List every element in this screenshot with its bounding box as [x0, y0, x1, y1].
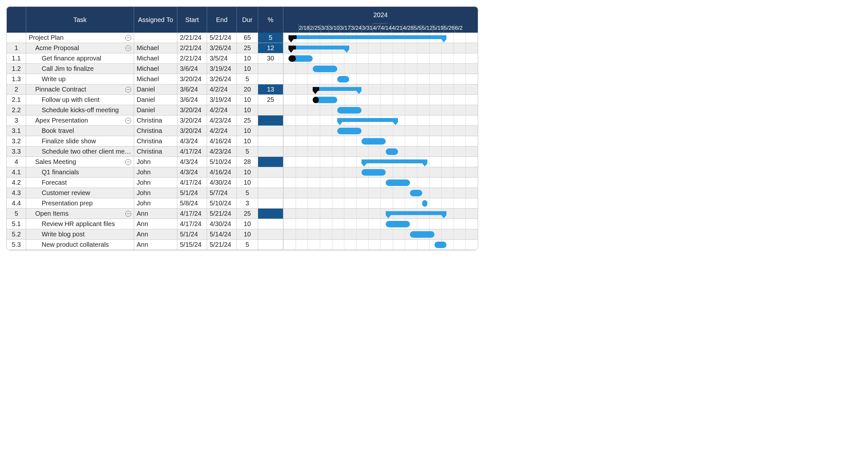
gantt-task-bar[interactable]	[337, 128, 362, 134]
row-dur: 25	[237, 115, 258, 126]
row-task[interactable]: Schedule kicks-off meeting	[26, 105, 134, 115]
table-row[interactable]: 1.3Write upMichael3/20/243/26/245	[7, 74, 478, 84]
table-row[interactable]: Project Plan−2/21/245/21/24655	[7, 33, 478, 43]
row-task[interactable]: Call Jim to finalize	[26, 64, 134, 74]
table-row[interactable]: 5.3New product collateralsAnn5/15/245/21…	[7, 240, 478, 250]
table-row[interactable]: 5.2Write blog postAnn5/1/245/14/2410	[7, 229, 478, 240]
table-row[interactable]: 3.1Book travelChristina3/20/244/2/2410	[7, 126, 478, 136]
gantt-task-bar[interactable]	[337, 107, 362, 114]
row-end: 4/2/24	[207, 126, 237, 136]
row-task[interactable]: Presentation prep	[26, 198, 134, 208]
row-timeline	[283, 146, 478, 157]
gantt-task-bar[interactable]	[313, 97, 337, 103]
table-row[interactable]: 4Sales Meeting−John4/3/245/10/2428	[7, 157, 478, 167]
gantt-task-bar[interactable]	[410, 190, 422, 196]
table-row[interactable]: 1.2Call Jim to finalizeMichael3/6/243/19…	[7, 64, 478, 74]
row-end: 3/5/24	[207, 53, 237, 64]
row-task[interactable]: Get finance approval	[26, 53, 134, 64]
row-start: 4/3/24	[177, 167, 207, 177]
gantt-task-bar[interactable]	[362, 169, 386, 176]
row-assigned: Ann	[134, 229, 177, 240]
gantt-task-bar[interactable]	[386, 148, 398, 155]
row-task-name: Call Jim to finalize	[29, 65, 94, 73]
table-row[interactable]: 5.1Review HR applicant filesAnn4/17/244/…	[7, 219, 478, 229]
gantt-progress	[288, 35, 296, 39]
collapse-icon[interactable]: −	[125, 159, 131, 165]
row-task[interactable]: Forecast	[26, 177, 134, 188]
row-task[interactable]: New product collaterals	[26, 240, 134, 250]
table-row[interactable]: 2.2Schedule kicks-off meetingDaniel3/20/…	[7, 105, 478, 115]
table-row[interactable]: 4.2ForecastJohn4/17/244/30/2410	[7, 177, 478, 188]
row-assigned: John	[134, 157, 177, 167]
collapse-icon[interactable]: −	[125, 45, 131, 51]
row-start: 4/17/24	[177, 177, 207, 188]
row-task[interactable]: Sales Meeting−	[26, 157, 134, 167]
gantt-task-bar[interactable]	[434, 241, 447, 248]
row-task[interactable]: Q1 financials	[26, 167, 134, 177]
row-start: 4/3/24	[177, 157, 207, 167]
gantt-task-bar[interactable]	[386, 221, 410, 227]
row-task[interactable]: Write up	[26, 74, 134, 84]
table-row[interactable]: 3Apex Presentation−Christina3/20/244/23/…	[7, 115, 478, 126]
gantt-summary-bar[interactable]	[288, 46, 349, 50]
gantt-task-bar[interactable]	[422, 200, 427, 207]
row-assigned: Christina	[134, 115, 177, 126]
row-task[interactable]: Book travel	[26, 126, 134, 136]
table-row[interactable]: 3.2Finalize slide showChristina4/3/244/1…	[7, 136, 478, 146]
table-row[interactable]: 5Open Items−Ann4/17/245/21/2425	[7, 208, 478, 219]
collapse-icon[interactable]: −	[125, 118, 131, 123]
row-end: 5/14/24	[207, 229, 237, 240]
row-task[interactable]: Open Items−	[26, 208, 134, 219]
gantt-task-bar[interactable]	[362, 138, 386, 145]
table-row[interactable]: 4.1Q1 financialsJohn4/3/244/16/2410	[7, 167, 478, 177]
row-task[interactable]: Schedule two other client meestings	[26, 146, 134, 157]
gantt-summary-bar[interactable]	[313, 87, 362, 91]
row-assigned	[134, 33, 177, 43]
gantt-task-bar[interactable]	[313, 66, 337, 72]
row-task[interactable]: Customer review	[26, 188, 134, 198]
row-id: 1.2	[7, 64, 26, 74]
row-timeline	[283, 219, 478, 229]
gantt-task-bar[interactable]	[386, 179, 410, 186]
row-id: 4.3	[7, 188, 26, 198]
table-row[interactable]: 2.1Follow up with clientDaniel3/6/243/19…	[7, 95, 478, 105]
table-row[interactable]: 4.4Presentation prepJohn5/8/245/10/243	[7, 198, 478, 208]
row-task[interactable]: Acme Proposal−	[26, 43, 134, 53]
row-task-name: Review HR applicant files	[29, 220, 115, 228]
collapse-icon[interactable]: −	[125, 211, 131, 217]
row-task[interactable]: Pinnacle Contract−	[26, 84, 134, 95]
gantt-task-bar[interactable]	[337, 76, 349, 83]
gantt-task-bar[interactable]	[288, 55, 313, 62]
row-timeline	[283, 208, 478, 219]
row-start: 3/6/24	[177, 95, 207, 105]
collapse-icon[interactable]: −	[125, 87, 131, 92]
row-task[interactable]: Follow up with client	[26, 95, 134, 105]
row-task[interactable]: Project Plan−	[26, 33, 134, 43]
row-assigned: Michael	[134, 74, 177, 84]
row-task[interactable]: Finalize slide show	[26, 136, 134, 146]
table-row[interactable]: 4.3Customer reviewJohn5/1/245/7/245	[7, 188, 478, 198]
row-start: 3/20/24	[177, 126, 207, 136]
header-week: 2/25	[309, 24, 320, 33]
gantt-summary-bar[interactable]	[386, 211, 446, 215]
row-start: 3/20/24	[177, 74, 207, 84]
table-row[interactable]: 1.1Get finance approvalMichael2/21/243/5…	[7, 53, 478, 64]
gantt-task-bar[interactable]	[410, 231, 434, 238]
row-pct: 12	[258, 43, 283, 53]
gantt-summary-bar[interactable]	[288, 35, 446, 39]
row-task[interactable]: Apex Presentation−	[26, 115, 134, 126]
gantt-summary-bar[interactable]	[362, 160, 427, 163]
table-row[interactable]: 1Acme Proposal−Michael2/21/243/26/242512	[7, 43, 478, 53]
table-row[interactable]: 3.3Schedule two other client meestingsCh…	[7, 146, 478, 157]
gantt-summary-bar[interactable]	[337, 118, 398, 122]
gantt-progress	[313, 97, 319, 103]
row-pct	[258, 208, 283, 219]
row-task-name: Schedule two other client meestings	[29, 148, 131, 155]
collapse-icon[interactable]: −	[125, 35, 131, 41]
row-id: 1.3	[7, 74, 26, 84]
row-dur: 10	[237, 105, 258, 115]
row-task[interactable]: Write blog post	[26, 229, 134, 240]
row-task[interactable]: Review HR applicant files	[26, 219, 134, 229]
row-task-name: Follow up with client	[29, 96, 99, 104]
table-row[interactable]: 2Pinnacle Contract−Daniel3/6/244/2/24201…	[7, 84, 478, 95]
